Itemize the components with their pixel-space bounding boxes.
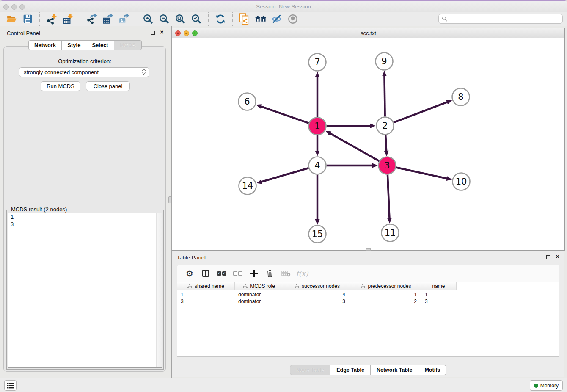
network-canvas[interactable]: 7968124314101511 (172, 38, 564, 250)
close-table-panel-icon[interactable]: × (556, 253, 559, 260)
float-table-panel-icon[interactable] (546, 255, 550, 259)
criterion-select[interactable]: strongly connected component (19, 67, 149, 77)
cell-shared-name[interactable]: 3 (177, 298, 235, 305)
result-scrollbar[interactable] (156, 213, 162, 367)
network-graph[interactable]: 7968124314101511 (172, 38, 564, 250)
graph-edge-2-8[interactable] (394, 102, 447, 122)
tab-style[interactable]: Style (61, 40, 86, 50)
column-header-name[interactable]: name (421, 282, 457, 290)
graph-edge-3-10[interactable] (396, 168, 447, 179)
export-network-icon[interactable] (85, 13, 99, 25)
table-row[interactable]: 1 dominator 4 1 1 (177, 292, 559, 298)
graph-node-9[interactable]: 9 (376, 53, 393, 70)
tab-edge-table[interactable]: Edge Table (330, 365, 371, 375)
tab-motifs[interactable]: Motifs (418, 365, 446, 375)
add-column-icon[interactable] (248, 267, 260, 280)
panel-divider[interactable] (168, 26, 172, 378)
svg-text:7: 7 (314, 57, 320, 67)
delete-rows-icon[interactable] (264, 267, 276, 280)
cell-predecessor-nodes[interactable]: 2 (351, 298, 421, 305)
graph-node-6[interactable]: 6 (239, 93, 256, 110)
column-type-icon (187, 284, 192, 288)
tab-network-table[interactable]: Network Table (370, 365, 419, 375)
mcds-result-textarea[interactable]: 1 3 (8, 213, 162, 368)
search-input[interactable] (449, 16, 562, 22)
graph-node-15[interactable]: 15 (309, 226, 326, 243)
run-mcds-button[interactable]: Run MCDS (41, 81, 80, 91)
copy-network-document-icon[interactable] (238, 13, 251, 25)
cell-name[interactable]: 1 (421, 292, 457, 298)
list-icon (7, 383, 14, 389)
cell-mcds-role[interactable]: dominator (235, 292, 284, 298)
export-image-icon[interactable] (117, 13, 131, 25)
zoom-selected-icon[interactable] (190, 13, 203, 25)
save-session-icon[interactable] (21, 13, 34, 25)
show-selected-icon[interactable] (286, 13, 300, 25)
control-panel-tabs: Network Style Select MCDS (0, 40, 170, 50)
svg-text:1: 1 (314, 121, 320, 131)
close-panel-icon[interactable]: × (160, 28, 164, 36)
export-table-icon[interactable] (101, 13, 115, 25)
deselect-all-rows-icon[interactable] (231, 267, 244, 280)
search-field[interactable] (438, 14, 563, 24)
graph-edge-2-9[interactable] (384, 76, 385, 117)
cell-mcds-role[interactable]: dominator (235, 298, 284, 305)
svg-text:4: 4 (314, 160, 320, 171)
graph-node-3[interactable]: 3 (379, 157, 396, 174)
graph-node-7[interactable]: 7 (309, 54, 326, 71)
graph-node-4[interactable]: 4 (309, 157, 326, 174)
zoom-fit-icon[interactable] (173, 13, 187, 25)
graph-node-14[interactable]: 14 (239, 177, 256, 195)
cell-predecessor-nodes[interactable]: 1 (351, 292, 421, 298)
cell-shared-name[interactable]: 1 (177, 292, 235, 298)
show-all-networks-icon[interactable] (254, 13, 267, 25)
graph-edge-2-3[interactable] (385, 135, 386, 151)
import-table-icon[interactable] (61, 13, 74, 25)
graph-edge-1-2[interactable] (326, 126, 371, 126)
node-table: shared name MCDS role successor nodes pr… (177, 282, 559, 357)
graph-edge-1-6[interactable] (261, 106, 309, 123)
open-folder-icon[interactable] (5, 13, 18, 25)
table-row[interactable]: 3 dominator 3 2 3 (177, 298, 559, 305)
graph-edge-4-14[interactable] (261, 168, 309, 182)
tab-network[interactable]: Network (28, 40, 62, 50)
column-header-predecessor-nodes[interactable]: predecessor nodes (351, 282, 421, 290)
show-columns-icon[interactable] (199, 267, 212, 280)
zoom-in-icon[interactable] (141, 13, 155, 25)
refresh-network-icon[interactable] (214, 13, 227, 25)
hide-selected-icon[interactable] (270, 13, 284, 25)
graph-node-2[interactable]: 2 (377, 117, 394, 135)
cell-successor-nodes[interactable]: 3 (284, 298, 351, 305)
import-network-icon[interactable] (45, 13, 58, 25)
tab-node-table[interactable]: Node Table (290, 365, 330, 375)
close-panel-button[interactable]: Close panel (86, 81, 130, 91)
graph-node-8[interactable]: 8 (452, 88, 470, 106)
main-titlebar: Session: New Session (0, 1, 567, 12)
graph-node-1[interactable]: 1 (309, 118, 326, 135)
svg-text:2: 2 (382, 121, 388, 131)
graph-node-11[interactable]: 11 (382, 224, 399, 242)
float-panel-icon[interactable] (151, 31, 155, 35)
column-header-successor-nodes[interactable]: successor nodes (284, 282, 351, 290)
optimization-criterion-label: Optimization criterion: (4, 58, 165, 64)
select-all-rows-icon[interactable]: ✓✓ (215, 267, 228, 280)
cell-name[interactable]: 3 (421, 298, 457, 305)
canvas-resize-handle[interactable] (366, 248, 371, 251)
graph-edge-3-11[interactable] (388, 174, 390, 218)
table-settings-gear-icon[interactable]: ⚙ (183, 267, 196, 280)
tab-mcds[interactable]: MCDS (114, 40, 142, 50)
zoom-out-icon[interactable] (157, 13, 171, 25)
divider-handle-icon[interactable] (168, 196, 171, 203)
memory-button[interactable]: Memory (530, 380, 563, 391)
svg-text:11: 11 (385, 228, 396, 238)
cell-successor-nodes[interactable]: 4 (284, 292, 351, 298)
column-header-shared-name[interactable]: shared name (177, 282, 235, 290)
svg-text:10: 10 (456, 177, 467, 187)
tab-select[interactable]: Select (86, 40, 114, 50)
network-window-titlebar[interactable]: × − + scc.txt (172, 28, 564, 38)
column-header-mcds-role[interactable]: MCDS role (235, 282, 284, 290)
mcds-result-title: MCDS result (2 nodes) (10, 206, 68, 213)
task-history-button[interactable] (4, 380, 17, 391)
graph-node-10[interactable]: 10 (453, 173, 470, 190)
graph-edge-3-1[interactable] (330, 133, 380, 161)
